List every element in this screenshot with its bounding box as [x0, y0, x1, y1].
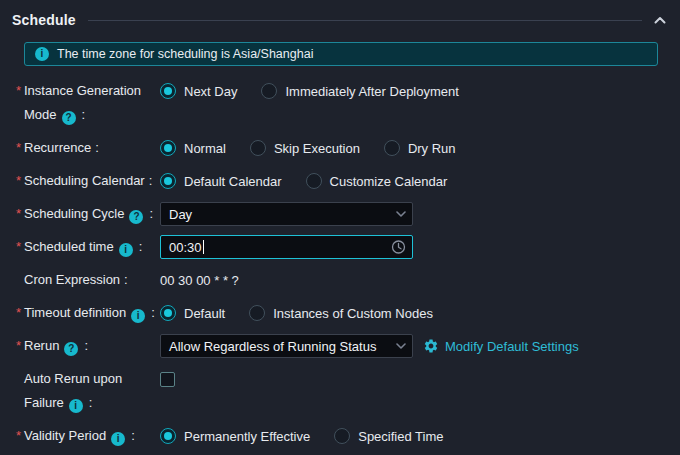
- field-label-scheduling-cycle: *Scheduling Cycle?:: [24, 202, 160, 226]
- field-label-scheduling-calendar: *Scheduling Calendar:: [24, 169, 160, 193]
- section-header: Schedule: [0, 0, 680, 32]
- clock-icon[interactable]: [391, 240, 406, 255]
- schedule-form: *Instance Generation Mode?: Next Day Imm…: [0, 66, 680, 448]
- field-label-recurrence: *Recurrence:: [24, 136, 160, 160]
- radio-option-permanently-effective[interactable]: Permanently Effective: [160, 428, 310, 444]
- field-row-cron-expression: Cron Expression: 00 30 00 * * ?: [24, 268, 680, 292]
- required-marker: *: [16, 424, 21, 448]
- field-row-rerun: *Rerun?: Allow Regardless of Running Sta…: [24, 334, 680, 358]
- rerun-select[interactable]: Allow Regardless of Running Status: [160, 334, 413, 358]
- field-label-scheduled-time: *Scheduled timei:: [24, 235, 160, 259]
- radio-group-timeout-definition: Default Instances of Custom Nodes: [160, 301, 680, 325]
- radio-option-immediately-after-deployment[interactable]: Immediately After Deployment: [261, 83, 458, 99]
- required-marker: *: [16, 169, 21, 193]
- field-label-auto-rerun-upon-failure: Auto Rerun upon Failurei:: [24, 367, 160, 415]
- radio-option-specified-time[interactable]: Specified Time: [334, 428, 443, 444]
- timezone-banner-text: The time zone for scheduling is Asia/Sha…: [57, 47, 313, 61]
- info-icon[interactable]: i: [111, 432, 125, 446]
- required-marker: *: [16, 334, 21, 358]
- field-label-validity-period: *Validity Periodi:: [24, 424, 160, 448]
- page-title: Schedule: [12, 12, 76, 28]
- radio-icon[interactable]: [384, 140, 400, 156]
- help-icon[interactable]: ?: [62, 111, 76, 125]
- gear-icon: [423, 338, 439, 354]
- radio-icon[interactable]: [160, 140, 176, 156]
- field-label-timeout-definition: *Timeout definitioni:: [24, 301, 160, 325]
- radio-option-normal[interactable]: Normal: [160, 140, 226, 156]
- radio-group-validity-period: Permanently Effective Specified Time: [160, 424, 680, 448]
- info-icon[interactable]: i: [119, 243, 133, 257]
- required-marker: *: [16, 301, 21, 325]
- radio-option-instances-of-custom-nodes[interactable]: Instances of Custom Nodes: [249, 305, 433, 321]
- radio-option-customize-calendar[interactable]: Customize Calendar: [306, 173, 448, 189]
- cron-expression-value: 00 30 00 * * ?: [160, 273, 239, 288]
- radio-group-scheduling-calendar: Default Calendar Customize Calendar: [160, 169, 680, 193]
- text-caret: [203, 240, 204, 254]
- radio-icon[interactable]: [261, 83, 277, 99]
- field-row-scheduling-cycle: *Scheduling Cycle?: Day: [24, 202, 680, 226]
- radio-icon[interactable]: [250, 140, 266, 156]
- radio-group-recurrence: Normal Skip Execution Dry Run: [160, 136, 680, 160]
- radio-option-dry-run[interactable]: Dry Run: [384, 140, 456, 156]
- field-label-instance-generation-mode: *Instance Generation Mode?:: [24, 79, 160, 127]
- timezone-banner: i The time zone for scheduling is Asia/S…: [24, 42, 658, 66]
- required-marker: *: [16, 202, 21, 226]
- radio-option-default-calendar[interactable]: Default Calendar: [160, 173, 282, 189]
- collapse-section-button[interactable]: [654, 16, 666, 24]
- radio-icon[interactable]: [306, 173, 322, 189]
- radio-icon[interactable]: [249, 305, 265, 321]
- info-icon[interactable]: i: [131, 309, 145, 323]
- chevron-up-icon: [654, 16, 666, 24]
- rerun-value: Allow Regardless of Running Status: [169, 339, 376, 354]
- modify-default-settings-link[interactable]: Modify Default Settings: [423, 338, 579, 354]
- help-icon[interactable]: ?: [129, 210, 143, 224]
- field-row-auto-rerun-upon-failure: Auto Rerun upon Failurei:: [24, 367, 680, 415]
- chevron-down-icon: [396, 343, 406, 350]
- auto-rerun-checkbox[interactable]: [160, 372, 175, 387]
- radio-icon[interactable]: [160, 83, 176, 99]
- scheduling-cycle-select[interactable]: Day: [160, 202, 413, 226]
- help-icon[interactable]: ?: [64, 342, 78, 356]
- required-marker: *: [16, 79, 21, 103]
- radio-icon[interactable]: [160, 173, 176, 189]
- radio-icon[interactable]: [160, 305, 176, 321]
- field-row-timeout-definition: *Timeout definitioni: Default Instances …: [24, 301, 680, 325]
- scheduling-cycle-value: Day: [169, 207, 192, 222]
- radio-icon[interactable]: [334, 428, 350, 444]
- info-icon[interactable]: i: [69, 399, 83, 413]
- required-marker: *: [16, 136, 21, 160]
- field-label-cron-expression: Cron Expression:: [24, 268, 160, 292]
- field-row-instance-generation-mode: *Instance Generation Mode?: Next Day Imm…: [24, 79, 680, 127]
- radio-option-default[interactable]: Default: [160, 305, 225, 321]
- info-icon: i: [35, 47, 49, 61]
- radio-icon[interactable]: [160, 428, 176, 444]
- scheduled-time-input[interactable]: 00:30: [160, 235, 413, 259]
- modify-default-settings-label: Modify Default Settings: [445, 339, 579, 354]
- radio-option-next-day[interactable]: Next Day: [160, 83, 237, 99]
- field-row-scheduling-calendar: *Scheduling Calendar: Default Calendar C…: [24, 169, 680, 193]
- field-label-rerun: *Rerun?:: [24, 334, 160, 358]
- field-row-scheduled-time: *Scheduled timei: 00:30: [24, 235, 680, 259]
- chevron-down-icon: [396, 211, 406, 218]
- header-divider: [88, 20, 642, 21]
- radio-option-skip-execution[interactable]: Skip Execution: [250, 140, 360, 156]
- field-row-recurrence: *Recurrence: Normal Skip Execution Dry R…: [24, 136, 680, 160]
- scheduled-time-value: 00:30: [169, 240, 202, 255]
- radio-group-instance-generation-mode: Next Day Immediately After Deployment: [160, 79, 680, 103]
- required-marker: *: [16, 235, 21, 259]
- field-row-validity-period: *Validity Periodi: Permanently Effective…: [24, 424, 680, 448]
